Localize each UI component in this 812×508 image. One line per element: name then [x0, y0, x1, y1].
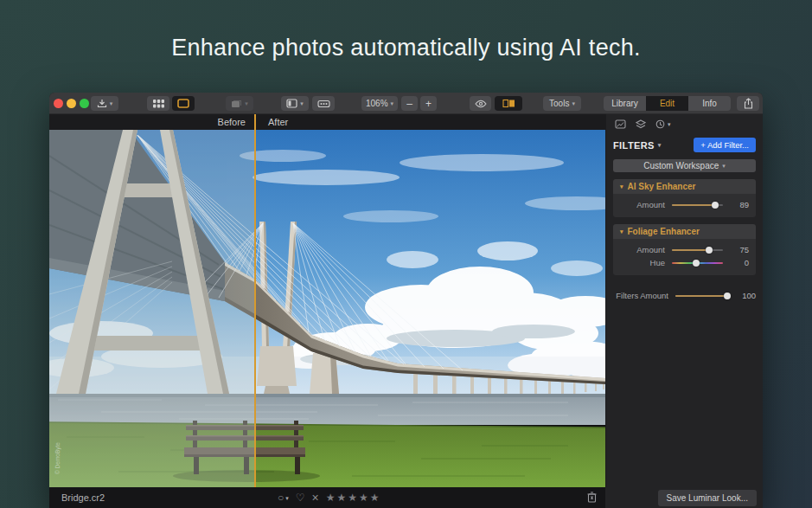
chevron-down-icon: ▾	[391, 100, 394, 106]
collapse-caret-icon: ▾	[620, 228, 623, 235]
amount-slider[interactable]	[672, 200, 723, 210]
slider-knob[interactable]	[693, 260, 700, 267]
tab-library[interactable]: Library	[604, 96, 646, 111]
window-zoom-button[interactable]	[80, 99, 89, 108]
filename-label: Bridge.cr2	[61, 492, 105, 503]
trash-icon[interactable]	[587, 492, 597, 503]
filter-header[interactable]: ▾ AI Sky Enhancer	[613, 179, 756, 194]
export-icon	[97, 99, 107, 108]
slider-knob[interactable]	[712, 202, 719, 209]
slider-label: Amount	[620, 200, 665, 209]
slider-value: 100	[737, 291, 756, 300]
reject-icon[interactable]: ×	[312, 492, 319, 504]
view-tabs: Library Edit Info	[604, 96, 731, 111]
slider-label: Hue	[620, 258, 665, 267]
share-icon	[744, 98, 753, 109]
quick-edit-menu-button[interactable]: ▾	[226, 96, 253, 111]
chevron-down-icon: ▾	[285, 495, 289, 501]
zoom-out-button[interactable]: –	[401, 96, 418, 111]
chevron-down-icon: ▾	[572, 100, 575, 106]
amount-slider[interactable]	[672, 245, 723, 255]
color-label-dropdown[interactable]: ○ ▾	[278, 492, 289, 503]
share-button[interactable]	[737, 96, 759, 111]
layers-icon[interactable]	[636, 119, 646, 129]
page-title: Enhance photos automatically using AI te…	[0, 35, 812, 61]
single-view-button[interactable]	[172, 96, 195, 111]
window-close-button[interactable]	[54, 99, 63, 108]
filters-section-title[interactable]: FILTERS ▾	[613, 140, 662, 151]
add-filter-button[interactable]: + Add Filter...	[694, 138, 756, 152]
compare-split-icon	[502, 99, 515, 108]
save-luminar-look-button[interactable]: Save Luminar Look...	[658, 490, 758, 506]
chevron-down-icon: ▾	[110, 100, 113, 106]
filter-name: AI Sky Enhancer	[628, 182, 696, 191]
slider-value: 0	[730, 258, 749, 267]
filters-amount-slider[interactable]	[675, 291, 730, 301]
hue-slider[interactable]	[672, 258, 723, 268]
filter-header[interactable]: ▾ Foliage Enhancer	[613, 224, 756, 239]
history-icon[interactable]: ▾	[655, 119, 671, 129]
chevron-down-icon: ▾	[722, 163, 726, 169]
chevron-down-icon: ▾	[300, 100, 304, 106]
compare-toggle-button[interactable]	[495, 96, 522, 111]
tools-label: Tools	[549, 100, 569, 108]
grid-view-icon	[153, 100, 164, 108]
zoom-level-value: 106%	[366, 100, 388, 108]
histogram-icon[interactable]	[615, 119, 626, 129]
edit-sidebar: ▾ FILTERS ▾ + Add Filter... Custom Works…	[605, 114, 763, 487]
toolbar: ▾ ▾	[49, 93, 763, 114]
photo-canvas[interactable]: © DemoByte	[49, 130, 605, 487]
bottom-bar: Bridge.cr2 ○ ▾ ♡ × ★★★★★ Save Luminar Lo…	[49, 487, 763, 508]
preview-toggle-button[interactable]	[470, 96, 491, 111]
image-stack-icon	[231, 100, 242, 108]
photo-canvas-area: Before After	[49, 114, 605, 487]
filters-amount-label: Filters Amount	[613, 291, 668, 300]
side-panel-toggle-button[interactable]: ▾	[281, 96, 309, 111]
compare-strip: Before After	[49, 114, 605, 130]
slider-value: 75	[730, 245, 749, 254]
collapse-caret-icon: ▾	[620, 183, 623, 190]
side-panel-icon	[286, 99, 297, 108]
slider-knob[interactable]	[724, 293, 731, 299]
filter-card-ai-sky-enhancer: ▾ AI Sky Enhancer Amount 89	[613, 179, 756, 217]
filter-card-foliage-enhancer: ▾ Foliage Enhancer Amount 75 Hue	[613, 224, 756, 275]
filters-title-label: FILTERS	[613, 140, 655, 151]
chevron-down-icon: ▾	[658, 142, 662, 148]
before-after-divider-handle[interactable]	[254, 114, 256, 487]
filmstrip-toggle-button[interactable]	[312, 96, 335, 111]
zoom-in-button[interactable]: +	[420, 96, 437, 111]
color-label-circle-icon: ○	[278, 492, 284, 503]
window-minimize-button[interactable]	[67, 99, 76, 108]
workspace-label: Custom Workspace	[643, 161, 719, 170]
slider-value: 89	[730, 200, 749, 209]
zoom-level-dropdown[interactable]: 106% ▾	[361, 96, 398, 111]
slider-knob[interactable]	[706, 247, 713, 254]
single-view-icon	[177, 99, 189, 108]
chevron-down-icon: ▾	[245, 100, 248, 106]
chevron-down-icon: ▾	[668, 121, 671, 127]
workspace-dropdown[interactable]: Custom Workspace ▾	[613, 159, 756, 172]
filter-name: Foliage Enhancer	[628, 227, 700, 236]
favorite-heart-icon[interactable]: ♡	[296, 492, 305, 503]
before-label: Before	[218, 117, 246, 127]
star-rating[interactable]: ★★★★★	[326, 492, 381, 504]
tab-edit[interactable]: Edit	[646, 96, 688, 111]
tab-info[interactable]: Info	[688, 96, 731, 111]
eye-icon	[475, 100, 487, 108]
tools-dropdown[interactable]: Tools ▾	[543, 96, 581, 111]
grid-view-button[interactable]	[147, 96, 169, 111]
export-button[interactable]: ▾	[91, 96, 118, 111]
app-window: ▾ ▾	[49, 93, 763, 508]
filmstrip-icon	[317, 100, 330, 108]
after-label: After	[268, 117, 288, 127]
slider-label: Amount	[620, 245, 665, 254]
